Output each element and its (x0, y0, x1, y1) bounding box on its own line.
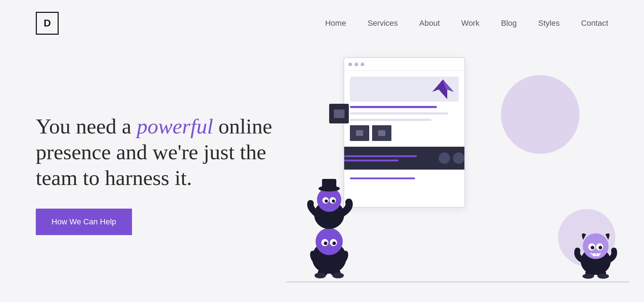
browser-dark-section (343, 147, 465, 170)
svg-point-7 (332, 242, 336, 245)
browser-circle-1 (439, 152, 450, 164)
svg-point-33 (597, 274, 609, 279)
nav-link-home[interactable]: Home (325, 19, 346, 28)
floating-card-inner (334, 109, 345, 118)
browser-footer-line (350, 177, 415, 179)
svg-rect-21 (322, 179, 336, 190)
browser-dot-1 (348, 63, 352, 66)
logo-letter: D (44, 18, 51, 29)
browser-thumbnail-row (350, 125, 459, 141)
svg-point-10 (314, 273, 326, 278)
purple-circle-large (501, 75, 580, 154)
browser-circle-2 (453, 152, 464, 164)
nav-item-work[interactable]: Work (461, 19, 479, 28)
monster-right (572, 215, 619, 281)
svg-rect-28 (593, 253, 596, 256)
browser-circles (439, 152, 464, 164)
browser-bird (429, 76, 457, 106)
svg-point-6 (324, 242, 327, 245)
monster-main (304, 150, 354, 281)
headline-highlight: powerful (137, 115, 213, 138)
svg-rect-29 (596, 253, 599, 256)
hero-section: You need a powerful online presence and … (0, 47, 644, 302)
svg-point-3 (316, 228, 343, 255)
hero-text-block: You need a powerful online presence and … (36, 113, 286, 235)
nav-link-about[interactable]: About (419, 19, 440, 28)
nav-link-styles[interactable]: Styles (538, 19, 560, 28)
svg-point-26 (591, 246, 594, 249)
logo[interactable]: D (36, 12, 59, 35)
browser-window-mockup (343, 57, 465, 208)
cta-button[interactable]: How We Can Help (36, 209, 132, 235)
browser-dark-line-1 (344, 155, 417, 157)
hero-headline: You need a powerful online presence and … (36, 113, 286, 191)
svg-point-27 (599, 246, 602, 249)
nav-item-styles[interactable]: Styles (538, 19, 560, 28)
browser-dot-3 (361, 63, 364, 66)
browser-bar (344, 58, 464, 71)
browser-line-2 (350, 112, 448, 115)
ground-line (286, 282, 630, 282)
browser-thumb-1 (350, 125, 369, 141)
headline-before: You need a (36, 115, 137, 138)
nav-item-blog[interactable]: Blog (501, 19, 517, 28)
browser-dot-2 (355, 63, 358, 66)
nav-links: Home Services About Work Blog Styles Con… (325, 19, 608, 28)
svg-point-18 (325, 200, 328, 203)
floating-card (329, 104, 349, 123)
svg-point-11 (332, 273, 344, 278)
browser-line-3 (350, 119, 431, 121)
nav-link-blog[interactable]: Blog (501, 19, 517, 28)
browser-thumb-2 (372, 125, 391, 141)
nav-item-home[interactable]: Home (325, 19, 346, 28)
nav-item-services[interactable]: Services (367, 19, 397, 28)
svg-point-19 (332, 200, 335, 203)
nav-item-contact[interactable]: Contact (581, 19, 608, 28)
navbar: D Home Services About Work Blog Styles C… (0, 0, 644, 47)
browser-thumb-icon-1 (356, 130, 363, 136)
browser-line-1 (350, 106, 437, 108)
browser-footer (344, 170, 464, 184)
nav-item-about[interactable]: About (419, 19, 440, 28)
browser-dark-lines (344, 155, 435, 161)
nav-link-contact[interactable]: Contact (581, 19, 608, 28)
browser-thumb-icon-2 (378, 130, 385, 136)
hero-illustration (286, 47, 608, 302)
nav-link-services[interactable]: Services (367, 19, 397, 28)
svg-point-32 (582, 274, 594, 279)
nav-link-work[interactable]: Work (461, 19, 479, 28)
